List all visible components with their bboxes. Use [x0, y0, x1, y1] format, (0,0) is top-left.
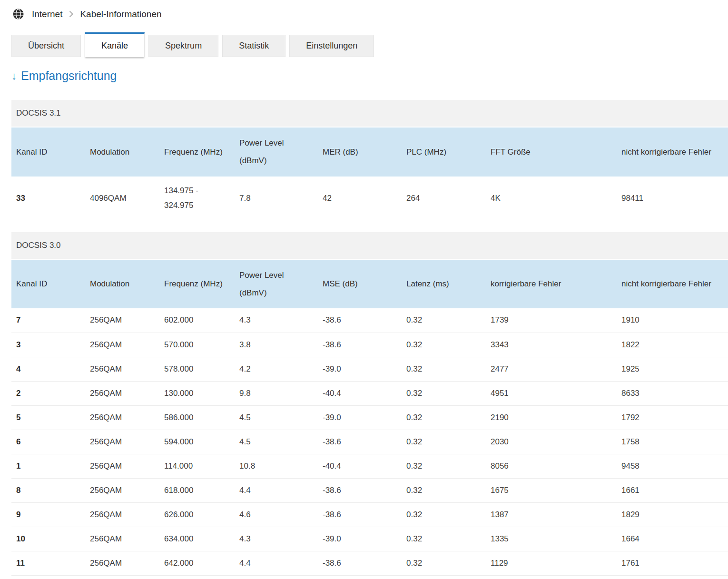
docsis-31-channel-table: Kanal IDModulationFrequenz (MHz)Power Le…	[11, 128, 728, 220]
table-cell: 1792	[617, 405, 728, 430]
table-cell: 4.5	[235, 405, 318, 430]
table-cell: -38.6	[318, 503, 402, 527]
table-cell: -39.0	[318, 527, 402, 551]
breadcrumb-item-internet[interactable]: Internet	[32, 9, 62, 20]
table-row: 6256QAM594.0004.5-38.60.3220301758	[11, 430, 728, 454]
table-row: 8256QAM618.0004.4-38.60.3216751661	[11, 479, 728, 503]
column-header: MER (dB)	[318, 128, 402, 177]
table-cell: 256QAM	[85, 479, 159, 503]
table-cell: 134.975 - 324.975	[159, 177, 235, 220]
column-header: Latenz (ms)	[402, 260, 486, 309]
table-cell: 256QAM	[85, 333, 159, 357]
channel-id-cell: 7	[11, 308, 85, 333]
table-cell: 4.6	[235, 503, 318, 527]
table-cell: -39.0	[318, 357, 402, 381]
table-cell: 256QAM	[85, 357, 159, 381]
table-cell: 1387	[486, 503, 617, 527]
tab-uebersicht[interactable]: Übersicht	[11, 35, 81, 57]
tab-einstellungen[interactable]: Einstellungen	[289, 35, 374, 57]
table-cell: 0.32	[402, 551, 486, 576]
table-cell: 42	[318, 177, 402, 220]
table-row: 9256QAM626.0004.6-38.60.3213871829	[11, 503, 728, 527]
table-cell: 2477	[486, 357, 617, 381]
tab-spektrum[interactable]: Spektrum	[148, 35, 218, 57]
table-cell: -40.4	[318, 381, 402, 405]
table-row: 334096QAM134.975 - 324.9757.8422644K9841…	[11, 177, 728, 220]
table-cell: 7.8	[235, 177, 318, 220]
table-cell: 634.000	[159, 527, 235, 551]
column-header: Modulation	[85, 128, 159, 177]
table-cell: -38.6	[318, 430, 402, 454]
column-header: MSE (dB)	[318, 260, 402, 309]
channel-id-cell: 2	[11, 381, 85, 405]
column-header: FFT Größe	[486, 128, 617, 177]
table-row: 3256QAM570.0003.8-38.60.3233431822	[11, 333, 728, 357]
table-cell: 2030	[486, 430, 617, 454]
table-cell: 0.32	[402, 333, 486, 357]
table-cell: 0.32	[402, 381, 486, 405]
column-header-row: Kanal IDModulationFrequenz (MHz)Power Le…	[11, 128, 728, 177]
channel-id-cell: 1	[11, 454, 85, 479]
channel-id-cell: 5	[11, 405, 85, 430]
table-cell: 0.32	[402, 308, 486, 333]
table-cell: 1129	[486, 551, 617, 576]
channel-id-cell: 3	[11, 333, 85, 357]
column-header: Kanal ID	[11, 128, 85, 177]
table-cell: 8633	[617, 381, 728, 405]
table-row: 4256QAM578.0004.2-39.00.3224771925	[11, 357, 728, 381]
table-cell: 1335	[486, 527, 617, 551]
table-cell: 0.32	[402, 430, 486, 454]
tab-kanaele[interactable]: Kanäle	[85, 32, 145, 57]
table-cell: 256QAM	[85, 454, 159, 479]
column-header: Frequenz (MHz)	[159, 128, 235, 177]
globe-icon	[12, 8, 24, 20]
table-cell: 9.8	[235, 381, 318, 405]
channel-id-cell: 9	[11, 503, 85, 527]
table-cell: 8056	[486, 454, 617, 479]
page: Internet Kabel-Informationen Übersicht K…	[0, 0, 728, 579]
table-cell: 1925	[617, 357, 728, 381]
tab-statistik[interactable]: Statistik	[222, 35, 285, 57]
arrow-down-icon: ↓	[11, 70, 17, 82]
section-toggle-empfangsrichtung[interactable]: ↓ Empfangsrichtung	[11, 69, 728, 83]
column-header-row: Kanal IDModulationFrequenz (MHz)Power Le…	[11, 260, 728, 309]
channel-id-cell: 6	[11, 430, 85, 454]
table-cell: 0.32	[402, 527, 486, 551]
column-header: Modulation	[85, 260, 159, 309]
column-header: Kanal ID	[11, 260, 85, 309]
table-row: 7256QAM602.0004.3-38.60.3217391910	[11, 308, 728, 333]
table-row: 1256QAM114.00010.8-40.40.3280569458	[11, 454, 728, 479]
table-cell: 4K	[486, 177, 617, 220]
table-title-docsis30: DOCSIS 3.0	[11, 232, 728, 259]
table-cell: 3343	[486, 333, 617, 357]
table-cell: 1661	[617, 479, 728, 503]
channel-id-cell: 4	[11, 357, 85, 381]
table-cell: 256QAM	[85, 381, 159, 405]
breadcrumb-item-current: Kabel-Informationen	[80, 9, 161, 20]
table-cell: 256QAM	[85, 430, 159, 454]
table-cell: 1822	[617, 333, 728, 357]
docsis-30-table: DOCSIS 3.0 Kanal IDModulationFrequenz (M…	[11, 232, 728, 576]
table-cell: 1910	[617, 308, 728, 333]
column-header: nicht korrigierbare Fehler	[617, 128, 728, 177]
table-cell: 256QAM	[85, 308, 159, 333]
table-cell: 9458	[617, 454, 728, 479]
table-cell: 586.000	[159, 405, 235, 430]
table-cell: 4.4	[235, 479, 318, 503]
table-cell: 0.32	[402, 479, 486, 503]
table-cell: 256QAM	[85, 527, 159, 551]
table-cell: 602.000	[159, 308, 235, 333]
table-cell: 4.3	[235, 527, 318, 551]
table-cell: 626.000	[159, 503, 235, 527]
table-cell: 1675	[486, 479, 617, 503]
column-header: Power Level (dBmV)	[235, 128, 318, 177]
table-row: 2256QAM130.0009.8-40.40.3249518633	[11, 381, 728, 405]
table-cell: 1664	[617, 527, 728, 551]
table-cell: 1829	[617, 503, 728, 527]
column-header: Power Level (dBmV)	[235, 260, 318, 309]
tab-bar: Übersicht Kanäle Spektrum Statistik Eins…	[11, 32, 728, 57]
table-title-docsis31: DOCSIS 3.1	[11, 100, 728, 127]
table-cell: 1758	[617, 430, 728, 454]
table-cell: 618.000	[159, 479, 235, 503]
channel-id-cell: 11	[11, 551, 85, 576]
